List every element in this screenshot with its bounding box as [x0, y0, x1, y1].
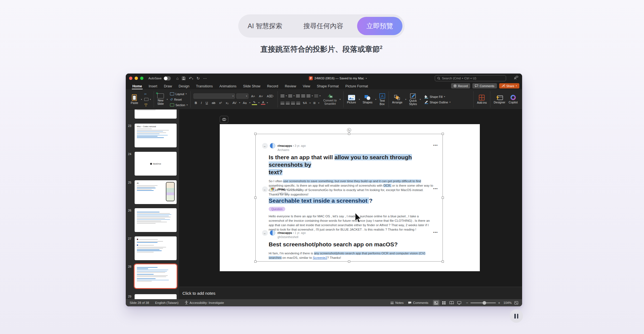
hero-tab-search-anything[interactable]: 搜尋任何內容	[296, 22, 350, 30]
designer-button[interactable]: Designer	[493, 94, 506, 105]
accessibility-status[interactable]: Accessibility: Investigate	[185, 301, 224, 305]
decrease-indent-button[interactable]	[296, 95, 300, 97]
canvas-copilot-button[interactable]	[220, 116, 228, 123]
comments-button[interactable]: Comments	[472, 83, 497, 88]
tab-design[interactable]: Design	[175, 83, 193, 89]
change-case-button[interactable]: Aa	[242, 101, 248, 105]
post-author[interactable]: Archaero	[278, 148, 306, 152]
cut-button[interactable]: ✂	[144, 91, 151, 97]
minimize-window-button[interactable]	[135, 77, 138, 80]
paste-button[interactable]: Paste	[130, 94, 139, 105]
shapes-button[interactable]: Shapes	[362, 94, 373, 105]
strikethrough-button[interactable]: ab	[211, 101, 217, 105]
zoom-slider[interactable]	[470, 302, 496, 303]
shape-outline-button[interactable]: Shape Outline▾	[424, 100, 451, 105]
post-author[interactable]: carluzky	[278, 192, 301, 195]
close-window-button[interactable]	[129, 77, 132, 80]
slide-thumbnail-23[interactable]: Misc – Codec removal	[135, 124, 177, 147]
clear-formatting-button[interactable]: A⌦	[266, 94, 275, 98]
search-input[interactable]: Search (Cmd + Ctrl + U)	[435, 75, 506, 81]
tab-view[interactable]: View	[299, 83, 313, 89]
slide-thumbnail-partial[interactable]	[135, 109, 177, 119]
notes-toggle[interactable]: Notes	[390, 301, 404, 304]
slide-thumbnail-27[interactable]	[135, 236, 177, 260]
language-label[interactable]: English (Taiwan)	[155, 301, 178, 304]
tab-slide-show[interactable]: Slide Show	[240, 83, 264, 89]
increase-indent-button[interactable]	[301, 95, 305, 97]
numbered-list-button[interactable]	[288, 95, 292, 97]
undo-button[interactable]: ↶▾	[189, 76, 193, 80]
text-highlight-button[interactable]: ✎	[252, 100, 257, 105]
tab-draw[interactable]: Draw	[161, 83, 175, 89]
notes-pane[interactable]: Click to add notes	[179, 287, 522, 299]
italic-button[interactable]: I	[200, 101, 203, 105]
character-spacing-button[interactable]: AV	[231, 101, 238, 105]
copy-button[interactable]: ▾	[144, 97, 151, 102]
addins-button[interactable]: Add-ins	[477, 94, 488, 105]
align-left-button[interactable]	[281, 102, 284, 105]
picture-button[interactable]: Picture	[346, 94, 357, 105]
subscript-button[interactable]: x₂	[224, 101, 230, 105]
redo-button[interactable]: ↻	[197, 76, 200, 80]
align-right-button[interactable]	[291, 102, 295, 105]
superscript-button[interactable]: x²	[218, 101, 223, 105]
increase-font-size-button[interactable]: A˄	[250, 95, 256, 98]
tab-shape-format[interactable]: Shape Format	[313, 83, 342, 89]
home-icon[interactable]: ⌂	[176, 76, 179, 80]
share-button[interactable]: Share ▾	[499, 83, 519, 88]
subreddit-name[interactable]: r/macapps	[278, 144, 292, 147]
more-options-button[interactable]: •••	[433, 230, 438, 234]
fit-slide-button[interactable]	[514, 301, 518, 305]
shape-fill-button[interactable]: Shape Fill▾	[424, 94, 451, 100]
zoom-level-label[interactable]: 104%	[504, 301, 512, 304]
tab-picture-format[interactable]: Picture Format	[342, 83, 371, 89]
normal-view-button[interactable]	[433, 300, 439, 306]
record-button[interactable]: Record	[451, 83, 470, 88]
slide-thumbnail-29[interactable]	[135, 294, 177, 299]
text-direction-button[interactable]: ⇅A	[302, 101, 308, 105]
font-color-button[interactable]: A	[261, 101, 266, 105]
line-spacing-button[interactable]	[307, 95, 310, 97]
subreddit-name[interactable]: r/macapps	[278, 231, 292, 234]
post-author[interactable]: gh0stsintheshell	[278, 235, 306, 239]
more-options-button[interactable]: •••	[433, 187, 438, 191]
font-name-select[interactable]: ▾	[193, 93, 235, 99]
zoom-in-button[interactable]: +	[498, 301, 500, 305]
autosave-toggle[interactable]	[164, 76, 171, 80]
slide-thumbnail-26[interactable]	[135, 208, 177, 232]
document-title[interactable]: P 24W33 (0816) — Saved to my Mac ▾	[309, 76, 367, 80]
reset-button[interactable]: ↺Reset	[170, 97, 188, 102]
convert-smartart-button[interactable]: Convert to SmartArt	[323, 93, 337, 106]
hero-tab-instant-preview[interactable]: 立即預覽	[357, 17, 402, 35]
slide-show-button[interactable]	[456, 300, 463, 306]
slide-thumbnail-28[interactable]	[135, 264, 177, 288]
align-text-button[interactable]: ⊞	[312, 101, 317, 105]
back-button[interactable]: ←	[262, 186, 268, 192]
section-button[interactable]: Section▾	[170, 102, 188, 108]
copilot-button[interactable]: Copilot	[508, 94, 518, 105]
save-icon[interactable]	[182, 77, 185, 80]
new-slide-button[interactable]: New Slide	[157, 93, 164, 106]
back-button[interactable]: ←	[262, 230, 268, 236]
text-box-button[interactable]: A Text Box	[379, 93, 386, 106]
tab-record[interactable]: Record	[264, 83, 281, 89]
back-button[interactable]: ←	[262, 143, 268, 149]
arrange-button[interactable]: Arrange	[392, 94, 403, 105]
zoom-out-button[interactable]: −	[466, 301, 468, 305]
more-options-button[interactable]: •••	[433, 143, 438, 147]
reading-view-button[interactable]	[448, 300, 455, 306]
justify-button[interactable]	[296, 102, 300, 105]
presence-share-icon[interactable]	[514, 76, 518, 80]
subreddit-name[interactable]: r/mac	[278, 187, 285, 191]
bold-button[interactable]: B	[193, 101, 198, 105]
slide-thumbnail-24[interactable]: BeeDrive	[135, 152, 177, 176]
more-commands-button[interactable]: ⋯	[203, 76, 207, 80]
tab-insert[interactable]: Insert	[145, 83, 161, 89]
font-size-select[interactable]: ▾	[236, 93, 248, 99]
layout-button[interactable]: Layout▾	[170, 91, 188, 97]
zoom-window-button[interactable]	[140, 77, 143, 80]
slide-thumbnail-25[interactable]: AI	[135, 180, 177, 204]
tab-home[interactable]: Home	[129, 83, 145, 89]
tab-animations[interactable]: Animations	[216, 83, 240, 89]
format-painter-button[interactable]	[144, 102, 151, 108]
